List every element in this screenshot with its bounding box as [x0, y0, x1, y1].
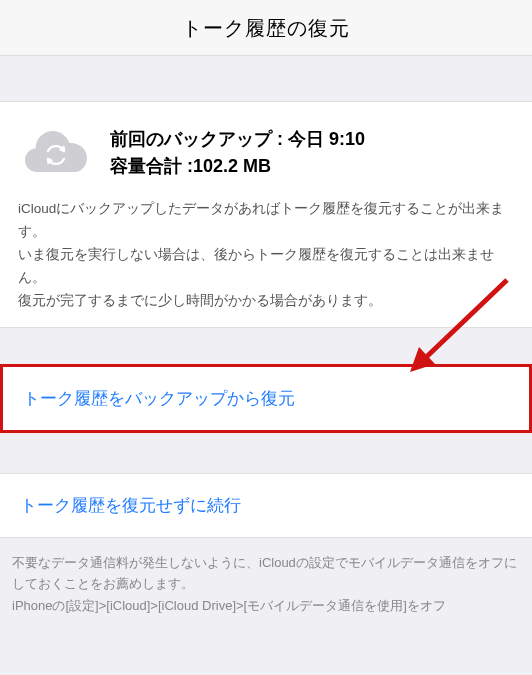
backup-info-card: 前回のバックアップ : 今日 9:10 容量合計 :102.2 MB iClou… [0, 101, 532, 328]
last-backup-line: 前回のバックアップ : 今日 9:10 [110, 126, 514, 153]
footer-note: 不要なデータ通信料が発生しないように、iCloudの設定でモバイルデータ通信をオ… [0, 538, 532, 630]
restore-button-label: トーク履歴をバックアップから復元 [23, 389, 295, 408]
desc-line-3: 復元が完了するまでに少し時間がかかる場合があります。 [18, 290, 514, 313]
gap [0, 433, 532, 473]
desc-line-2: いま復元を実行しない場合は、後からトーク履歴を復元することは出来ません。 [18, 244, 514, 290]
last-backup-label: 前回のバックアップ : [110, 129, 288, 149]
footer-line-1: 不要なデータ通信料が発生しないように、iCloudの設定でモバイルデータ通信をオ… [12, 552, 520, 595]
desc-line-1: iCloudにバックアップしたデータがあればトーク履歴を復元することが出来ます。 [18, 198, 514, 244]
size-line: 容量合計 :102.2 MB [110, 153, 514, 180]
backup-row: 前回のバックアップ : 今日 9:10 容量合計 :102.2 MB [18, 124, 514, 182]
description: iCloudにバックアップしたデータがあればトーク履歴を復元することが出来ます。… [18, 198, 514, 313]
skip-button[interactable]: トーク履歴を復元せずに続行 [0, 473, 532, 538]
backup-info-text: 前回のバックアップ : 今日 9:10 容量合計 :102.2 MB [110, 126, 514, 180]
last-backup-value: 今日 9:10 [288, 129, 365, 149]
gap [0, 328, 532, 364]
restore-button[interactable]: トーク履歴をバックアップから復元 [0, 364, 532, 433]
footer-line-2: iPhoneの[設定]>[iCloud]>[iCloud Drive]>[モバイ… [12, 595, 520, 616]
size-label: 容量合計 : [110, 156, 193, 176]
gap [0, 56, 532, 101]
header: トーク履歴の復元 [0, 0, 532, 56]
cloud-sync-icon [22, 124, 90, 182]
skip-button-label: トーク履歴を復元せずに続行 [20, 496, 241, 515]
page-title: トーク履歴の復元 [0, 15, 532, 42]
size-value: 102.2 MB [193, 156, 271, 176]
